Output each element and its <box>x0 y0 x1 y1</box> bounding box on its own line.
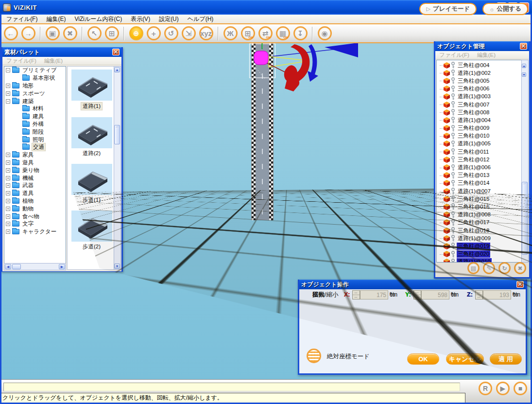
tree-item[interactable]: 交通 <box>4 143 66 151</box>
cancel-button[interactable]: キャンセル <box>446 353 484 365</box>
lock-key-icon[interactable] <box>451 235 455 242</box>
tree-item[interactable]: + キャラクター <box>4 228 66 236</box>
object-list-item[interactable]: 道路(1)@007 <box>437 187 528 195</box>
object-list-item[interactable]: 道路(1)@004 <box>437 116 528 124</box>
reset-button[interactable]: R <box>479 382 492 395</box>
translate-tool[interactable]: ＋ <box>145 25 162 42</box>
tree-expander[interactable]: + <box>6 191 10 195</box>
menu-item[interactable]: ファイル(F) <box>2 15 42 23</box>
close-icon[interactable]: ✕ <box>520 43 527 50</box>
tree-item[interactable]: − 建築 <box>4 97 66 105</box>
gizmo-display-toggle[interactable]: ⇄ ON <box>257 25 274 42</box>
z-value-field[interactable]: 193 <box>483 290 511 299</box>
tree-item[interactable]: + 家具 <box>4 151 66 159</box>
y-spinner[interactable] <box>413 290 421 299</box>
tree-horizontal-scrollbar[interactable]: ◀ ▶ <box>4 263 66 270</box>
back-button[interactable]: ← <box>2 25 19 42</box>
lock-key-icon[interactable] <box>451 133 455 140</box>
scroll-up-icon[interactable]: ▲ <box>114 67 120 72</box>
tree-item[interactable]: + 地形 <box>4 82 66 90</box>
tree-item[interactable]: 建具 <box>4 113 66 121</box>
tree-expander[interactable]: + <box>6 153 10 157</box>
lock-key-icon[interactable] <box>451 156 455 163</box>
scale-tool[interactable]: ⇲ <box>180 25 197 42</box>
tree-item[interactable]: + 文字 <box>4 220 66 228</box>
drop-to-ground-button[interactable]: ↧ <box>292 25 309 42</box>
menu-item[interactable]: 表示(V) <box>126 15 154 23</box>
play-button[interactable]: ▶ <box>496 382 510 395</box>
close-icon[interactable]: ✕ <box>112 49 120 55</box>
x-spinner[interactable] <box>352 290 360 299</box>
scroll-right-icon[interactable]: ▶ <box>59 264 65 269</box>
absolute-coordinate-mode-icon[interactable] <box>307 349 321 363</box>
play-mode-button[interactable]: ▷ プレイモード <box>419 3 477 15</box>
tree-expander[interactable]: + <box>6 168 10 173</box>
tree-expander[interactable]: + <box>6 176 10 180</box>
rotate-tool[interactable]: ↺ <box>162 25 180 42</box>
tree-item[interactable]: 外構 <box>4 121 66 128</box>
object-list-item[interactable]: 三角柱@012 <box>437 156 528 163</box>
lock-key-icon[interactable] <box>451 164 455 171</box>
lock-key-icon[interactable] <box>451 227 455 234</box>
tree-expander[interactable]: + <box>6 84 10 88</box>
tree-item[interactable]: + 遊具 <box>4 159 66 167</box>
menu-item[interactable]: 設定(U) <box>154 15 183 23</box>
object-list-item[interactable]: 三角柱@018 <box>437 227 528 234</box>
tree-expander[interactable]: + <box>6 160 10 165</box>
object-list-item[interactable]: 道路(1)@006 <box>437 163 528 171</box>
lock-key-icon[interactable] <box>451 62 455 69</box>
object-list-item[interactable]: 三角柱@008 <box>437 108 528 116</box>
grid-display-toggle[interactable]: ⊞ ON <box>239 25 257 42</box>
object-list-item[interactable]: 三角柱@004 <box>437 61 528 69</box>
duplicate-object-button[interactable]: ↻ <box>498 262 511 274</box>
object-list-item[interactable]: 三角柱@014 <box>437 179 528 187</box>
lock-key-icon[interactable] <box>451 148 455 155</box>
tree-item[interactable]: + 道具 <box>4 190 66 197</box>
y-value-field[interactable]: 598 <box>421 290 449 299</box>
lock-key-icon[interactable] <box>451 125 455 132</box>
lock-key-icon[interactable] <box>451 195 455 202</box>
tree-expander[interactable]: + <box>6 183 10 188</box>
panel-menu-item[interactable]: 編集(E) <box>40 57 67 65</box>
lock-key-icon[interactable] <box>451 211 455 218</box>
object-list-item[interactable]: 三角柱@019 <box>437 242 528 250</box>
object-list-item[interactable]: 三角柱@007 <box>437 101 528 108</box>
lock-key-icon[interactable] <box>451 93 455 100</box>
scrollbar-thumb[interactable] <box>522 182 528 255</box>
menu-item[interactable]: ViZiルーム内容(C) <box>70 15 126 23</box>
tree-expander[interactable]: + <box>6 222 10 226</box>
tree-item[interactable]: + 食べ物 <box>4 212 66 220</box>
x-value-field[interactable]: 175 <box>360 290 388 299</box>
tree-expander[interactable]: − <box>6 68 10 72</box>
scroll-down-icon[interactable]: ▼ <box>114 263 120 269</box>
ok-button[interactable]: OK <box>407 353 439 365</box>
tree-item[interactable]: + 武器 <box>4 182 66 190</box>
lock-key-icon[interactable] <box>451 203 455 210</box>
material-thumbnail[interactable]: 道路(2) <box>68 117 116 157</box>
move-mode-tool[interactable]: ⊕ <box>127 25 145 42</box>
object-list-item[interactable]: 三角柱@015 <box>437 195 528 203</box>
lock-key-icon[interactable] <box>451 180 455 187</box>
lock-key-icon[interactable] <box>451 251 455 258</box>
scrollbar-thumb[interactable] <box>114 125 120 144</box>
panel-menu-item[interactable]: 編集(E) <box>473 52 499 59</box>
stop-button[interactable]: ■ <box>514 382 527 395</box>
object-list-item[interactable]: 道路(1)@002 <box>437 69 528 77</box>
select-tool[interactable]: ↖ <box>86 25 103 42</box>
tree-item[interactable]: 照明 <box>4 136 66 143</box>
object-list-item[interactable]: 三角柱@016 <box>437 203 528 211</box>
tree-expander[interactable]: + <box>6 199 10 203</box>
close-icon[interactable]: ✕ <box>516 281 524 288</box>
lock-key-icon[interactable] <box>451 70 455 76</box>
scroll-left-icon[interactable]: ◀ <box>5 264 11 269</box>
lock-key-icon[interactable] <box>451 243 455 249</box>
apply-button[interactable]: 適 用 <box>490 353 522 365</box>
object-manager-titlebar[interactable]: オブジェクト管理 ✕ <box>435 41 529 51</box>
tree-item[interactable]: + 機械 <box>4 174 66 182</box>
delete-button[interactable]: ✖ <box>61 25 79 42</box>
axis-display-toggle[interactable]: Ж <box>222 25 239 42</box>
material-palette-titlebar[interactable]: 素材パレット ✕ <box>2 47 121 57</box>
thumbnails-scrollbar[interactable]: ▲ ▼ <box>114 66 121 270</box>
scroll-up-icon[interactable]: ▲ <box>522 64 526 68</box>
tree-item[interactable]: + 植物 <box>4 197 66 205</box>
